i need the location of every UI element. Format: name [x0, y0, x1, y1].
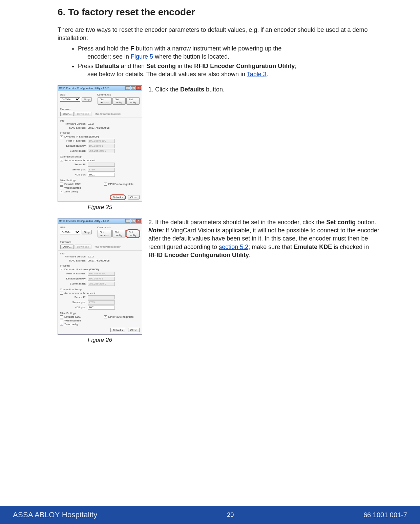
fwver-value: 2.1.2: [88, 122, 94, 125]
serverport-input[interactable]: [88, 300, 115, 305]
mac-value: 00:17:7a:0a:00:0e: [88, 259, 110, 262]
dhcp-checkbox[interactable]: ✓Dynamic IP address (DHCP): [60, 135, 140, 138]
text: where the button is located.: [153, 53, 229, 60]
close-button[interactable]: Close: [128, 328, 140, 332]
text: in the: [176, 63, 194, 69]
zero-config-checkbox[interactable]: ✓Zero config: [60, 190, 104, 193]
get-config-button[interactable]: Get config: [112, 97, 126, 105]
serverip-label: Server IP:: [60, 296, 88, 299]
firmware-status: <No firmware loaded>: [94, 245, 121, 248]
broadcast-label: Announcement broadcast: [64, 159, 95, 162]
firmware-label: Firmware: [60, 108, 140, 111]
dhcp-checkbox[interactable]: ✓Dynamic IP address (DHCP): [60, 268, 140, 271]
minimize-icon[interactable]: –: [125, 86, 130, 90]
serverport-input[interactable]: [88, 168, 115, 172]
emulate-kde-label: Emulate KDE: [64, 183, 81, 186]
wall-mounted-checkbox[interactable]: Wall mounted: [60, 319, 104, 322]
broadcast-checkbox[interactable]: ✓Announcement broadcast: [60, 292, 140, 295]
mac-label: MAC address:: [60, 126, 88, 129]
ipsetup-label: IP Setup: [60, 131, 140, 134]
minimize-icon[interactable]: –: [125, 219, 130, 223]
emulate-kde-label: Emulate KDE: [64, 315, 81, 318]
text: see below for details. The default value…: [87, 71, 247, 78]
serverport-label: Server port:: [60, 301, 88, 304]
get-version-button[interactable]: Get version: [98, 230, 112, 237]
kdeport-input[interactable]: [88, 306, 115, 310]
serverip-input[interactable]: [88, 163, 115, 167]
usb-label: USB: [60, 226, 95, 229]
firmware-label: Firmware: [60, 240, 140, 244]
text: Press: [78, 63, 95, 69]
emulate-kde-checkbox[interactable]: Emulate KDE: [60, 315, 104, 318]
defaults-button[interactable]: Defaults: [110, 328, 125, 332]
maximize-icon[interactable]: □: [131, 86, 135, 90]
footer-page-number: 20: [227, 511, 234, 519]
fwver-label: Firmware version:: [60, 122, 88, 125]
ipsetup-label: IP Setup: [60, 264, 140, 267]
commands-label: Commands: [97, 93, 140, 96]
gateway-input[interactable]: [88, 277, 115, 281]
footer-brand: ASSA ABLOY Hospitality: [13, 510, 98, 519]
link-figure-5[interactable]: Figure 5: [131, 53, 153, 60]
ephy-checkbox[interactable]: ✓EPHY auto negotiate: [104, 315, 134, 318]
text: encoder; see in: [87, 53, 131, 60]
info-label: Info: [60, 252, 140, 255]
mask-input[interactable]: [88, 149, 115, 153]
text: .: [249, 252, 251, 258]
open-firmware-button[interactable]: Open...: [60, 112, 74, 116]
hostip-input[interactable]: [88, 272, 115, 276]
text: Click the: [155, 86, 180, 93]
wall-mounted-checkbox[interactable]: Wall mounted: [60, 186, 104, 189]
gateway-input[interactable]: [88, 144, 115, 148]
kdeport-label: KDE port:: [60, 173, 88, 176]
open-firmware-button[interactable]: Open...: [60, 245, 74, 249]
setconfig-label: Set config: [146, 63, 176, 69]
emulate-kde-checkbox[interactable]: Emulate KDE: [60, 183, 104, 186]
close-icon[interactable]: ×: [136, 219, 141, 223]
window-title: RFID Encoder Configuration Utility - 1.0…: [59, 87, 125, 90]
mask-input[interactable]: [88, 282, 115, 286]
figure-25-caption: Figure 25: [58, 204, 142, 211]
setconfig-label: Set config: [326, 219, 356, 226]
gateway-label: Default gateway:: [60, 277, 88, 280]
page-footer: ASSA ABLOY Hospitality 20 66 1001 001-7: [0, 506, 420, 524]
close-icon[interactable]: ×: [136, 86, 141, 90]
get-config-button[interactable]: Get config: [112, 230, 126, 237]
hostip-label: Host IP address:: [60, 139, 88, 142]
section-title: 6. To factory reset the encoder: [58, 7, 383, 18]
close-button[interactable]: Close: [128, 195, 140, 200]
hostip-input[interactable]: [88, 139, 115, 143]
firmware-status: <No firmware loaded>: [94, 112, 121, 116]
usb-device-select[interactable]: 0x000e: [60, 230, 80, 234]
broadcast-checkbox[interactable]: ✓Announcement broadcast: [60, 159, 140, 162]
set-config-button[interactable]: Set config: [126, 230, 140, 237]
zero-config-label: Zero config: [64, 190, 78, 193]
set-config-button[interactable]: Set config: [126, 97, 140, 105]
conn-label: Connection Setup: [60, 155, 140, 158]
text: If the default parameters should be set …: [155, 219, 326, 226]
conn-label: Connection Setup: [60, 288, 140, 291]
kdeport-label: KDE port:: [60, 306, 88, 309]
kdeport-input[interactable]: [88, 173, 115, 177]
serverip-input[interactable]: [88, 295, 115, 299]
mac-label: MAC address:: [60, 259, 88, 262]
zero-config-checkbox[interactable]: ✓Zero config: [60, 323, 104, 326]
download-firmware-button[interactable]: Download: [75, 245, 91, 249]
usb-label: USB: [60, 93, 95, 96]
utility-name: RFID Encoder Configuration Utility: [148, 252, 249, 258]
download-firmware-button[interactable]: Download: [75, 112, 91, 116]
stop-button[interactable]: Stop: [82, 97, 92, 102]
maximize-icon[interactable]: □: [131, 219, 135, 223]
text: is checked in: [332, 244, 369, 250]
dhcp-label: Dynamic IP address (DHCP): [64, 268, 99, 271]
stop-button[interactable]: Stop: [82, 230, 92, 234]
link-section-5-2[interactable]: section 5.2: [219, 244, 248, 250]
defaults-button[interactable]: Defaults: [110, 195, 125, 200]
get-version-button[interactable]: Get version: [98, 97, 112, 105]
commands-label: Commands: [97, 226, 140, 229]
link-table-3[interactable]: Table 3: [247, 71, 267, 78]
hostip-label: Host IP address:: [60, 272, 88, 275]
usb-device-select[interactable]: 0x000e: [60, 97, 80, 102]
ephy-checkbox[interactable]: ✓EPHY auto negotiate: [104, 183, 134, 186]
ephy-label: EPHY auto negotiate: [108, 183, 134, 186]
